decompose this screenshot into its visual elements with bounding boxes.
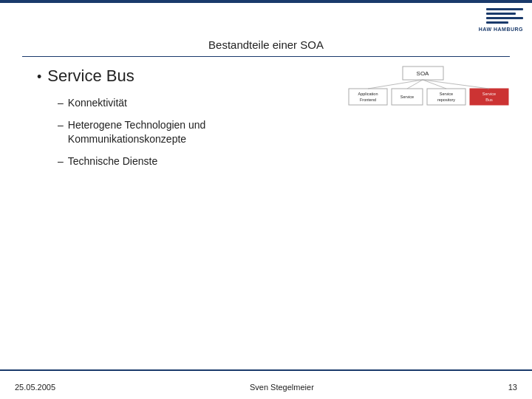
svg-text:Service: Service	[482, 92, 496, 96]
logo-line-2	[486, 13, 516, 15]
sub-bullet-1: – Konnektivität	[58, 96, 325, 111]
dash-icon-1: –	[58, 97, 64, 109]
sub-text-3: Technische Dienste	[68, 154, 157, 169]
logo-line-3	[486, 17, 523, 19]
main-bullet-text: Service Bus	[47, 66, 134, 86]
logo-text: HAW HAMBURG	[479, 27, 523, 32]
svg-text:Service: Service	[400, 95, 414, 99]
svg-text:Application: Application	[358, 92, 378, 96]
bullet-icon: •	[37, 69, 41, 85]
svg-text:SOA: SOA	[417, 70, 430, 77]
svg-text:Service: Service	[440, 92, 453, 96]
sub-text-2: Heterogene Technologien und Kommunikatio…	[68, 118, 325, 147]
svg-text:Bus: Bus	[485, 98, 493, 102]
logo-lines	[486, 8, 523, 24]
footer: 25.05.2005 Sven Stegelmeier 13	[0, 383, 532, 392]
footer-date: 25.05.2005	[15, 383, 55, 392]
sub-bullet-3: – Technische Dienste	[58, 154, 325, 169]
logo-area: HAW HAMBURG	[457, 6, 523, 34]
svg-line-16	[423, 80, 489, 89]
slide-title: Bestandteile einer SOA	[0, 38, 532, 51]
footer-author: Sven Stegelmeier	[250, 383, 314, 392]
svg-text:repository: repository	[437, 98, 455, 102]
sub-bullets: – Konnektivität – Heterogene Technologie…	[58, 96, 325, 168]
main-bullet: • Service Bus	[37, 66, 325, 86]
top-border	[0, 0, 532, 3]
sub-bullet-2: – Heterogene Technologien und Kommunikat…	[58, 118, 325, 147]
dash-icon-3: –	[58, 155, 64, 167]
svg-text:Frontend: Frontend	[360, 98, 376, 102]
dash-icon-2: –	[58, 119, 64, 131]
title-underline	[22, 56, 510, 57]
slide: HAW HAMBURG Bestandteile einer SOA • Ser…	[0, 0, 532, 399]
sub-text-1: Konnektivität	[68, 96, 127, 111]
soa-diagram: SOA Application Frontend Service Service…	[347, 65, 517, 139]
footer-page: 13	[508, 383, 517, 392]
logo-line-4	[486, 21, 508, 24]
bottom-border	[0, 369, 532, 371]
content-area: • Service Bus – Konnektivität – Heteroge…	[37, 66, 325, 168]
logo-line-1	[486, 8, 523, 10]
